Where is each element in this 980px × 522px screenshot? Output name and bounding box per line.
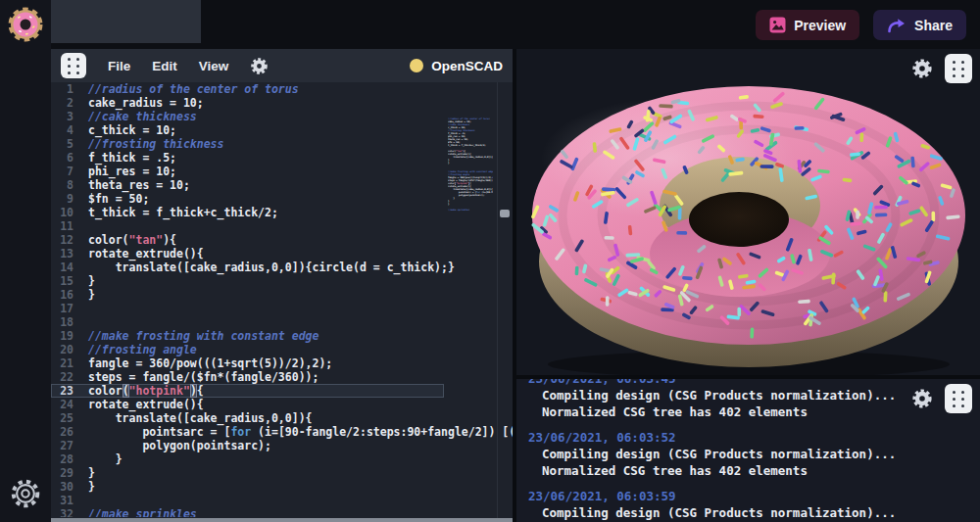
console-timestamp: 23/06/2021, 06:03:59 <box>528 488 980 504</box>
code-line[interactable]: 2cake_radius = 10; <box>51 96 444 110</box>
code-line[interactable]: 28 } <box>51 452 444 466</box>
console-settings-gear-icon[interactable] <box>907 384 937 413</box>
line-number: 29 <box>51 466 88 480</box>
line-number: 4 <box>51 123 88 137</box>
line-number: 32 <box>51 507 88 517</box>
code-line[interactable]: 27 polygon(pointsarc); <box>51 439 444 452</box>
line-number: 15 <box>51 274 88 288</box>
line-number: 1 <box>51 82 88 96</box>
editor-header: File Edit View OpenSCAD <box>51 49 513 82</box>
vertical-scrollbar[interactable] <box>497 82 513 522</box>
code-line[interactable]: 24rotate_extrude(){ <box>51 398 444 411</box>
preview-image-icon <box>769 17 786 33</box>
code-line[interactable]: 25 translate([cake_radius,0,0]){ <box>51 411 444 425</box>
line-number: 23 <box>51 384 88 398</box>
console-panel[interactable]: 23/06/2021, 06:03:45Compiling design (CS… <box>516 379 980 522</box>
code-line[interactable]: 19//make frosting with constant edge <box>51 329 444 343</box>
minimap-line: //make sprinkles <box>448 209 493 212</box>
code-line[interactable]: 31 <box>51 494 444 507</box>
code-line[interactable]: 9$fn = 50; <box>51 192 444 206</box>
language-badge: OpenSCAD <box>410 59 503 73</box>
code-line[interactable]: 5//frosting thickness <box>51 137 444 151</box>
code-line[interactable]: 1//radius of the center of torus <box>51 82 444 96</box>
code-line[interactable]: 3//cake thickness <box>51 110 444 123</box>
viewport-3d-panel[interactable] <box>516 49 980 375</box>
language-badge-label: OpenSCAD <box>431 59 503 73</box>
line-number: 6 <box>51 151 88 165</box>
code-line[interactable]: 8theta_res = 10; <box>51 178 444 192</box>
line-number: 3 <box>51 110 88 123</box>
code-line[interactable]: 14 translate([cake_radius,0,0]){circle(d… <box>51 261 444 274</box>
code-line[interactable]: 30} <box>51 480 444 494</box>
editor-settings-gear-icon[interactable] <box>250 57 269 75</box>
line-number: 21 <box>51 356 88 370</box>
line-number: 27 <box>51 439 88 452</box>
line-number: 26 <box>51 425 88 439</box>
line-number: 2 <box>51 96 88 110</box>
code-area[interactable]: 1//radius of the center of torus2cake_ra… <box>51 82 513 517</box>
line-number: 31 <box>51 494 88 507</box>
line-number: 10 <box>51 206 88 219</box>
code-line[interactable]: 17 <box>51 302 444 315</box>
minimap-line: translate([cake_radius,0,0]){circle(d = … <box>448 156 493 159</box>
preview-button[interactable]: Preview <box>756 10 859 40</box>
console-message: Normalized CSG tree has 402 elements <box>528 462 980 479</box>
line-number: 14 <box>51 261 88 274</box>
code-line[interactable]: 4c_thick = 10; <box>51 123 444 137</box>
line-number: 19 <box>51 329 88 343</box>
language-status-dot <box>410 59 423 72</box>
minimap[interactable]: //radius of the center of toruscake_radi… <box>448 118 493 353</box>
console-drag-handle-icon[interactable] <box>945 384 972 413</box>
line-number: 28 <box>51 452 88 466</box>
code-line[interactable]: 7phi_res = 10; <box>51 165 444 178</box>
code-line[interactable]: 18 <box>51 315 444 329</box>
console-timestamp: 23/06/2021, 06:03:52 <box>528 429 980 446</box>
viewport-settings-gear-icon[interactable] <box>907 54 937 83</box>
code-line[interactable]: 12color("tan"){ <box>51 233 444 247</box>
editor-drag-handle-icon[interactable] <box>61 53 86 78</box>
code-line[interactable]: 15} <box>51 274 444 288</box>
menu-file[interactable]: File <box>108 59 130 73</box>
console-message: Compiling design (CSG Products normaliza… <box>528 504 980 521</box>
line-number: 16 <box>51 288 88 302</box>
code-line[interactable]: 32//make sprinkles <box>51 507 444 517</box>
line-number: 7 <box>51 165 88 178</box>
donut-render <box>516 49 980 375</box>
code-line[interactable]: 10t_thick = f_thick+c_thick/2; <box>51 206 444 219</box>
line-number: 25 <box>51 411 88 425</box>
code-line[interactable]: 21fangle = 360/pow(((1+sqrt(5))/2),2); <box>51 356 444 370</box>
menu-view[interactable]: View <box>199 59 229 73</box>
line-number: 18 <box>51 315 88 329</box>
line-number: 20 <box>51 343 88 356</box>
vertical-scrollbar-thumb[interactable] <box>500 210 510 217</box>
line-number: 9 <box>51 192 88 206</box>
code-line[interactable]: 11 <box>51 219 444 233</box>
line-number: 12 <box>51 233 88 247</box>
horizontal-scrollbar[interactable] <box>51 518 513 522</box>
code-line[interactable]: 22steps = fangle/($fn*(fangle/360)); <box>51 370 444 384</box>
code-lines: 1//radius of the center of torus2cake_ra… <box>51 82 513 517</box>
code-line[interactable]: 26 pointsarc = [for (i=[90-fangle/2:step… <box>51 425 444 439</box>
line-number: 5 <box>51 137 88 151</box>
settings-gear-icon[interactable] <box>10 478 41 509</box>
preview-button-label: Preview <box>794 18 846 33</box>
line-number: 11 <box>51 219 88 233</box>
code-line[interactable]: 20//frosting angle <box>51 343 444 356</box>
line-number: 24 <box>51 398 88 411</box>
code-editor-panel: File Edit View OpenSCAD 1//radius of the… <box>51 49 513 522</box>
file-tab[interactable] <box>51 0 201 43</box>
app-logo-donut-icon[interactable] <box>6 5 45 44</box>
code-line[interactable]: 6f_thick = .5; <box>51 151 444 165</box>
line-number: 30 <box>51 480 88 494</box>
code-line[interactable]: 13rotate_extrude(){ <box>51 247 444 261</box>
menu-edit[interactable]: Edit <box>152 59 177 73</box>
line-number: 13 <box>51 247 88 261</box>
code-line[interactable]: 29} <box>51 466 444 480</box>
viewport-drag-handle-icon[interactable] <box>945 54 972 83</box>
code-line[interactable]: 23color("hotpink"){ <box>51 384 444 398</box>
code-line[interactable]: 16} <box>51 288 444 302</box>
share-button[interactable]: Share <box>873 10 966 40</box>
line-number: 22 <box>51 370 88 384</box>
console-message: Compiling design (CSG Products normaliza… <box>528 446 980 462</box>
line-number: 17 <box>51 302 88 315</box>
